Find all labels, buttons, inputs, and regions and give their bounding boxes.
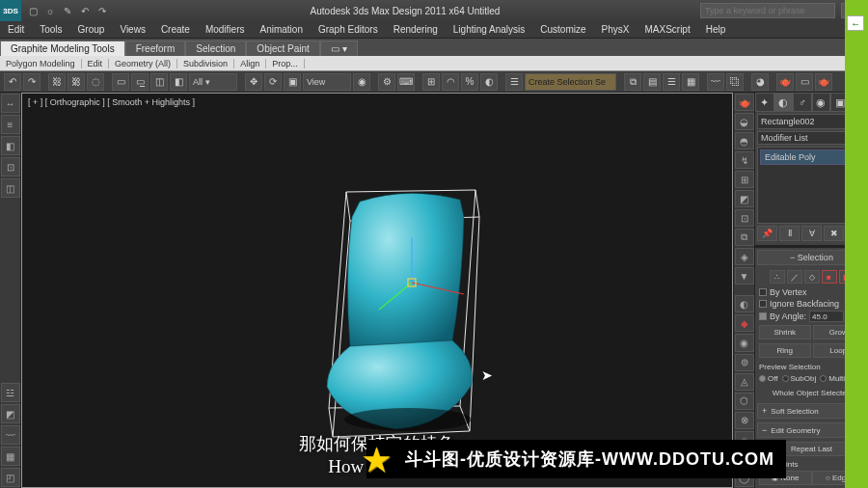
menu-help[interactable]: Help	[698, 24, 734, 35]
manip-icon[interactable]: ⚙	[378, 73, 395, 91]
refcoord-dropdown[interactable]: View	[303, 73, 351, 91]
filter-dropdown[interactable]: All ▾	[189, 73, 237, 91]
scale-icon[interactable]: ▣	[284, 73, 301, 91]
rt-13[interactable]: ◉	[735, 334, 754, 351]
menu-views[interactable]: Views	[112, 24, 153, 35]
material-icon[interactable]: ◕	[751, 73, 769, 91]
snap-icon[interactable]: ⊞	[422, 73, 440, 91]
pin-stack-icon[interactable]: 📌	[757, 226, 777, 241]
lt-10[interactable]: ◰	[1, 468, 20, 487]
tab-selection[interactable]: Selection	[185, 41, 246, 56]
menu-create[interactable]: Create	[153, 24, 198, 35]
tab-motion-icon[interactable]: ◉	[812, 93, 831, 112]
menu-group[interactable]: Group	[70, 24, 113, 35]
rt-3[interactable]: ◓	[735, 132, 754, 149]
menu-lighting[interactable]: Lighting Analysis	[446, 24, 533, 35]
curve-editor-icon[interactable]: 〰	[707, 73, 724, 91]
tab-objectpaint[interactable]: Object Paint	[246, 41, 319, 56]
undo-icon[interactable]: ↶	[77, 3, 93, 18]
render-icon[interactable]: 🫖	[815, 73, 832, 91]
menu-edit[interactable]: Edit	[0, 24, 32, 35]
rt-8[interactable]: ⧉	[735, 229, 754, 246]
ring-button[interactable]: Ring	[759, 343, 811, 358]
link-icon[interactable]: ⛓	[48, 73, 66, 91]
sub-edit[interactable]: Edit	[82, 59, 110, 68]
mirror-icon[interactable]: ⧉	[624, 73, 641, 91]
tab-freeform[interactable]: Freeform	[125, 41, 186, 56]
poly-level-icon[interactable]: ■	[822, 270, 837, 284]
selection-set-dropdown[interactable]: Create Selection Se	[525, 73, 616, 91]
vertex-level-icon[interactable]: ∴	[770, 270, 785, 284]
tab-modify-icon[interactable]: ◐	[774, 93, 794, 112]
rt-6[interactable]: ◩	[735, 190, 754, 207]
select-icon[interactable]: ▭	[112, 73, 129, 91]
menu-rendering[interactable]: Rendering	[386, 24, 446, 35]
pivot-icon[interactable]: ◉	[353, 73, 370, 91]
rt-14[interactable]: ⊚	[735, 354, 754, 371]
viewport[interactable]: [ + ] [ Orthographic ] [ Smooth + Highli…	[21, 93, 733, 488]
menu-tools[interactable]: Tools	[32, 24, 69, 35]
rt-5[interactable]: ⊞	[735, 171, 754, 188]
align-icon[interactable]: ▤	[643, 73, 661, 91]
sub-properties[interactable]: Prop...	[266, 59, 305, 68]
rt-12[interactable]: ◆	[735, 314, 754, 332]
angle-spinner[interactable]: 45.0	[809, 311, 844, 322]
window-cross-icon[interactable]: ◧	[170, 73, 187, 91]
edge-level-icon[interactable]: ／	[787, 270, 802, 284]
border-level-icon[interactable]: ◇	[804, 270, 820, 284]
lt-2[interactable]: ≡	[1, 115, 20, 134]
rt-4[interactable]: ↯	[735, 151, 754, 169]
sub-subdiv[interactable]: Subdivision	[177, 59, 234, 68]
lt-5[interactable]: ◫	[1, 178, 20, 198]
lt-8[interactable]: 〰	[1, 425, 20, 445]
angle-snap-icon[interactable]: ◠	[442, 73, 459, 91]
layers-icon[interactable]: ☰	[663, 73, 680, 91]
browser-tab-icon[interactable]: ←	[847, 15, 864, 31]
sub-align[interactable]: Align	[234, 59, 266, 68]
menu-maxscript[interactable]: MAXScript	[637, 24, 697, 35]
rt-11[interactable]: ◐	[735, 295, 754, 312]
shrink-button[interactable]: Shrink	[759, 325, 811, 339]
menu-customize[interactable]: Customize	[532, 24, 593, 35]
show-end-icon[interactable]: Ⅱ	[779, 226, 800, 241]
menu-modifiers[interactable]: Modifiers	[198, 24, 253, 35]
rt-2[interactable]: ◒	[735, 113, 754, 130]
rt-17[interactable]: ⊗	[735, 412, 754, 429]
redo-icon[interactable]: ↷	[23, 73, 41, 91]
save-icon[interactable]: ✎	[60, 3, 75, 18]
rotate-icon[interactable]: ⟳	[264, 73, 282, 91]
rt-10[interactable]: ▼	[735, 267, 754, 285]
select-name-icon[interactable]: ▭̲	[131, 73, 149, 91]
pct-snap-icon[interactable]: %	[461, 73, 478, 91]
manage-layers-icon[interactable]: ▦	[682, 73, 699, 91]
render-frame-icon[interactable]: ▭	[796, 73, 813, 91]
menu-grapheditors[interactable]: Graph Editors	[311, 24, 386, 35]
rt-7[interactable]: ⊡	[735, 209, 754, 227]
open-icon[interactable]: ☼	[42, 3, 58, 18]
namesel-icon[interactable]: ☰	[505, 73, 523, 91]
app-icon[interactable]: 3DS	[0, 0, 21, 21]
rt-teapot-icon[interactable]: 🫖	[735, 94, 754, 111]
move-icon[interactable]: ✥	[245, 73, 262, 91]
sub-polygon[interactable]: Polygon Modeling	[0, 59, 82, 68]
region-icon[interactable]: ◫	[150, 73, 168, 91]
help-search-input[interactable]	[700, 3, 835, 18]
ribbon-collapse-icon[interactable]: ▭ ▾	[320, 41, 358, 56]
menu-physx[interactable]: PhysX	[594, 24, 637, 35]
keymode-icon[interactable]: ⌨	[397, 73, 415, 91]
radio-subobj[interactable]: SubObj	[782, 374, 817, 383]
lt-1[interactable]: ↔	[1, 94, 20, 113]
rt-16[interactable]: ⬡	[735, 393, 754, 410]
render-setup-icon[interactable]: 🫖	[776, 73, 794, 91]
redo-icon[interactable]: ↷	[95, 3, 110, 18]
unique-icon[interactable]: ∀	[801, 226, 822, 241]
menu-animation[interactable]: Animation	[252, 24, 310, 35]
tab-graphite[interactable]: Graphite Modeling Tools	[0, 41, 125, 56]
undo-icon[interactable]: ↶	[4, 73, 21, 91]
lt-9[interactable]: ▦	[1, 447, 20, 466]
sub-geometry[interactable]: Geometry (All)	[109, 59, 177, 68]
tab-create-icon[interactable]: ✦	[755, 93, 774, 112]
spinner-snap-icon[interactable]: ◐	[480, 73, 498, 91]
radio-multi[interactable]: Multi	[820, 374, 845, 383]
new-icon[interactable]: ▢	[25, 3, 41, 18]
